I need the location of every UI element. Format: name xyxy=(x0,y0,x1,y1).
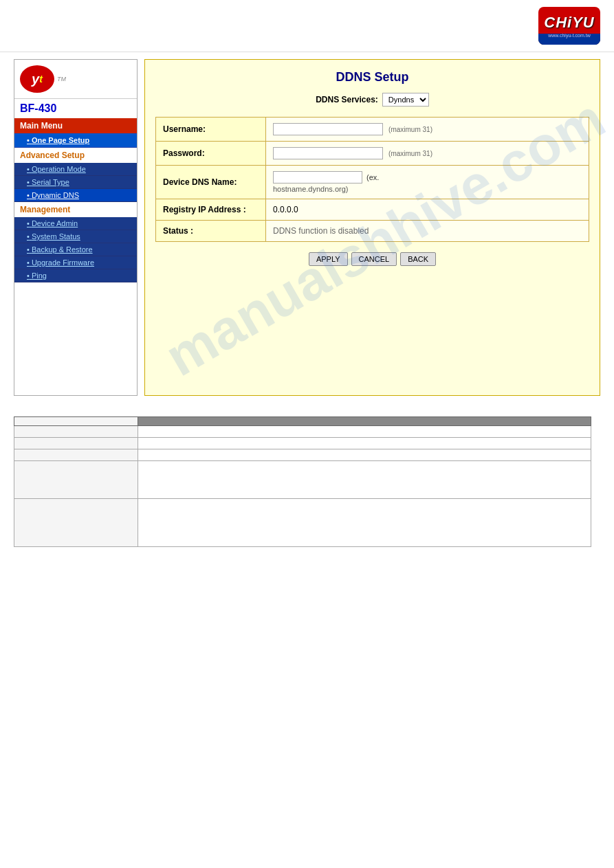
ddns-services-row: DDNS Services: Dyndns No-IP xyxy=(155,93,589,107)
device-model: BF-430 xyxy=(14,99,137,118)
sidebar-item-upgrade-firmware[interactable]: • Upgrade Firmware xyxy=(14,256,137,269)
info-row-2-col1 xyxy=(14,438,138,449)
back-button[interactable]: BACK xyxy=(400,252,436,266)
password-value-cell: (maximum 31) xyxy=(266,142,589,166)
sidebar-item-system-status[interactable]: • System Status xyxy=(14,230,137,243)
sidebar-item-operation-mode[interactable]: • Operation Mode xyxy=(14,163,137,176)
device-dns-value-cell: (ex. hostname.dyndns.org) xyxy=(266,166,589,199)
apply-button[interactable]: APPLY xyxy=(309,252,348,266)
info-table xyxy=(14,416,591,547)
sidebar-item-device-admin[interactable]: • Device Admin xyxy=(14,217,137,230)
info-col2-header xyxy=(138,417,591,426)
info-row-3-col1 xyxy=(14,449,138,461)
username-value-cell: (maximum 31) xyxy=(266,118,589,142)
action-buttons: APPLY CANCEL BACK xyxy=(155,252,589,266)
bullet-icon: • xyxy=(27,245,30,254)
sidebar: yt TM BF-430 Main Menu • One Page Setup … xyxy=(14,59,138,396)
registry-ip-value-cell: 0.0.0.0 xyxy=(266,199,589,221)
info-row-1 xyxy=(14,426,591,438)
sidebar-logo-area: yt TM xyxy=(14,60,137,99)
bullet-icon: • xyxy=(27,136,30,144)
yt-logo: yt xyxy=(20,65,54,93)
bottom-section xyxy=(0,410,614,554)
info-row-1-col1 xyxy=(14,426,138,438)
main-layout: yt TM BF-430 Main Menu • One Page Setup … xyxy=(0,52,614,403)
dns-hint: hostname.dyndns.org) xyxy=(273,185,582,193)
password-input[interactable] xyxy=(273,147,383,159)
bullet-icon: • xyxy=(27,271,30,280)
content-area: DDNS Setup DDNS Services: Dyndns No-IP U… xyxy=(144,59,600,396)
username-max-note: (maximum 31) xyxy=(388,126,432,133)
sidebar-item-serial-type[interactable]: • Serial Type xyxy=(14,176,137,189)
sidebar-item-dynamic-dns[interactable]: • Dynamic DNS xyxy=(14,189,137,202)
password-max-note: (maximum 31) xyxy=(388,150,432,157)
dns-input-group: (ex. hostname.dyndns.org) xyxy=(273,171,582,193)
management-title: Management xyxy=(14,202,137,217)
advanced-setup-title: Advanced Setup xyxy=(14,148,137,163)
dns-ex-label: (ex. xyxy=(366,173,379,181)
sidebar-item-ping[interactable]: • Ping xyxy=(14,269,137,282)
info-row-5 xyxy=(14,499,591,547)
bullet-icon: • xyxy=(27,258,30,267)
info-row-2-col2 xyxy=(138,438,591,449)
device-dns-input[interactable] xyxy=(273,171,362,183)
registry-ip-row: Registry IP Address : 0.0.0.0 xyxy=(156,199,589,221)
chiyu-logo: CHiYU www.chiyu-t.com.tw xyxy=(538,7,600,45)
info-row-1-col2 xyxy=(138,426,591,438)
password-row: Password: (maximum 31) xyxy=(156,142,589,166)
registry-ip-label: Registry IP Address : xyxy=(156,199,266,221)
username-row: Username: (maximum 31) xyxy=(156,118,589,142)
info-row-5-col1 xyxy=(14,499,138,547)
main-menu-title: Main Menu xyxy=(14,118,137,133)
info-row-3-col2 xyxy=(138,449,591,461)
top-bar: CHiYU www.chiyu-t.com.tw xyxy=(0,0,614,52)
bullet-icon: • xyxy=(27,219,30,227)
info-table-header-row xyxy=(14,417,591,426)
username-label: Username: xyxy=(156,118,266,142)
cancel-button[interactable]: CANCEL xyxy=(351,252,397,266)
sidebar-item-backup-restore[interactable]: • Backup & Restore xyxy=(14,243,137,256)
registry-ip-value: 0.0.0.0 xyxy=(273,205,298,214)
info-row-5-col2 xyxy=(138,499,591,547)
status-row: Status : DDNS function is disabled xyxy=(156,221,589,242)
info-row-2 xyxy=(14,438,591,449)
status-value-cell: DDNS function is disabled xyxy=(266,221,589,242)
username-input[interactable] xyxy=(273,123,383,135)
ddns-services-label: DDNS Services: xyxy=(316,95,378,104)
password-label: Password: xyxy=(156,142,266,166)
info-row-3 xyxy=(14,449,591,461)
info-row-4-col2 xyxy=(138,461,591,499)
ddns-services-select[interactable]: Dyndns No-IP xyxy=(382,93,429,107)
info-row-4-col1 xyxy=(14,461,138,499)
bullet-icon: • xyxy=(27,178,30,186)
status-value: DDNS function is disabled xyxy=(273,226,369,236)
device-dns-label: Device DNS Name: xyxy=(156,166,266,199)
info-row-4 xyxy=(14,461,591,499)
page-title: DDNS Setup xyxy=(155,70,589,85)
bullet-icon: • xyxy=(27,191,30,199)
bullet-icon: • xyxy=(27,232,30,241)
status-label: Status : xyxy=(156,221,266,242)
ddns-form-table: Username: (maximum 31) Password: (maximu… xyxy=(155,117,589,242)
device-dns-row: Device DNS Name: (ex. hostname.dyndns.or… xyxy=(156,166,589,199)
bullet-icon: • xyxy=(27,165,30,173)
info-col1-header xyxy=(14,417,138,426)
sidebar-item-one-page-setup[interactable]: • One Page Setup xyxy=(14,133,137,148)
